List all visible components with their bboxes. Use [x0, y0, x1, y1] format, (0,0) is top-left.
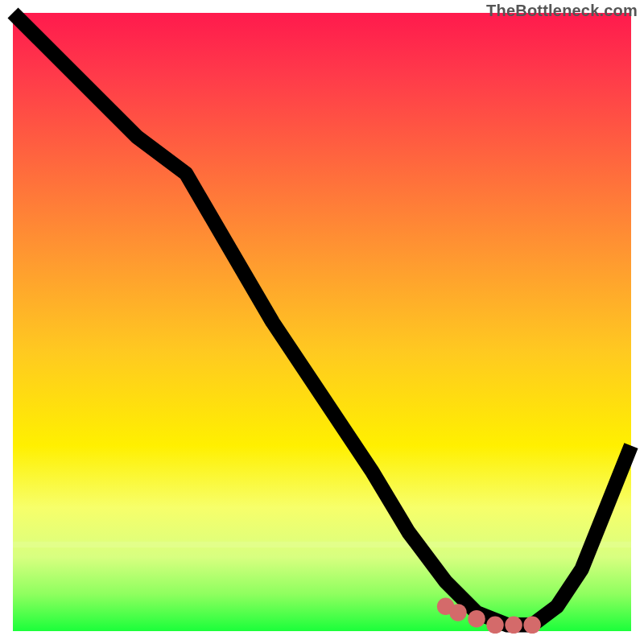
marker-dot — [486, 617, 504, 634]
chart-container: TheBottleneck.com — [0, 0, 644, 644]
bottleneck-curve — [13, 13, 631, 625]
marker-dot — [449, 604, 467, 621]
marker-dot — [523, 617, 541, 634]
chart-svg — [13, 13, 631, 631]
watermark-text: TheBottleneck.com — [486, 2, 638, 20]
marker-dot — [468, 610, 485, 628]
marker-dot — [505, 617, 522, 634]
